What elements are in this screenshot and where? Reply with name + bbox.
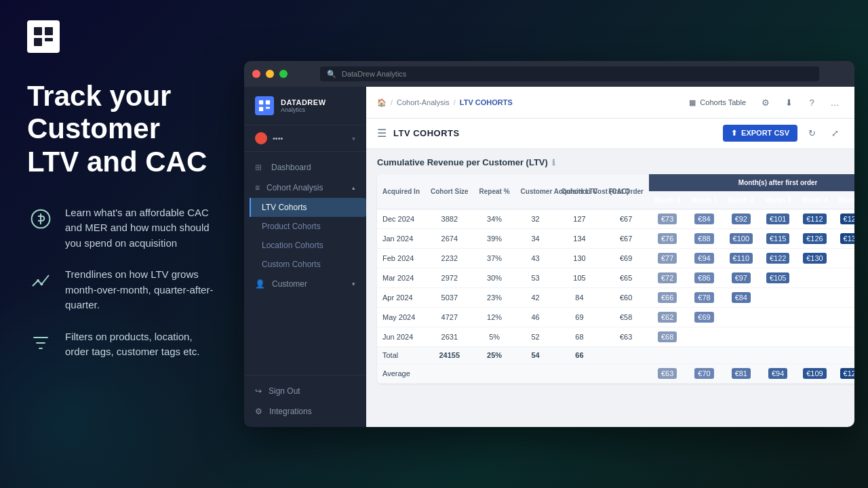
td-month-0: €66	[649, 288, 686, 308]
expand-button[interactable]: ⤢	[826, 124, 844, 142]
th-month-5: Month 5	[833, 192, 854, 209]
feature-filters: Filters on products, location, order tag…	[27, 329, 217, 360]
brand-text: DATADREW Analytics	[281, 98, 326, 113]
info-icon: ℹ	[552, 158, 555, 167]
question-icon: ?	[809, 98, 814, 108]
td-first-order: €63	[603, 327, 649, 347]
svg-rect-12	[259, 107, 263, 111]
sidebar-item-custom-cohorts[interactable]: Custom Cohorts	[250, 255, 366, 274]
menu-button[interactable]: ☰	[377, 127, 387, 140]
td-cohort-ltv: 134	[556, 229, 604, 249]
gear-icon: ⚙	[762, 98, 770, 108]
table-icon: ▦	[689, 98, 696, 107]
help-button[interactable]: ?	[803, 94, 821, 111]
td-cohort-ltv: 127	[556, 209, 604, 229]
sidebar-item-dashboard[interactable]: ⊞ Dashboard	[244, 157, 366, 178]
td-cohort-ltv: 105	[556, 268, 604, 288]
logo-container	[27, 20, 217, 53]
td-month-2-empty	[723, 327, 760, 347]
feature-cac: Learn what's an affordable CAC and MER a…	[27, 205, 217, 251]
browser-dot-green[interactable]	[279, 70, 288, 78]
td-month-4-empty	[796, 308, 833, 327]
chevron-down-icon: ▾	[352, 281, 355, 287]
funnel-icon: ≡	[255, 183, 260, 192]
td-avg-empty	[425, 364, 603, 384]
td-month-0: €76	[649, 229, 686, 249]
th-repeat: Repeat %	[474, 174, 515, 209]
custom-cohorts-label: Custom Cohorts	[262, 260, 321, 269]
td-acquired: Dec 2024	[377, 209, 425, 229]
td-total-repeat: 25%	[474, 347, 515, 364]
th-first-order: First Order	[603, 174, 649, 209]
td-first-order: €67	[603, 229, 649, 249]
th-cohort-size: Cohort Size	[425, 174, 474, 209]
sidebar-item-product-cohorts[interactable]: Product Cohorts	[250, 217, 366, 236]
customer-label: Customer	[272, 279, 307, 289]
logout-icon: ↪	[255, 386, 262, 396]
td-first-order: €69	[603, 249, 649, 268]
svg-rect-13	[266, 107, 270, 109]
export-csv-button[interactable]: ⬆ EXPORT CSV	[723, 125, 797, 142]
table-row: Jun 2024 2631 5% 52 68 €63 €68	[377, 327, 854, 347]
svg-rect-11	[266, 100, 270, 104]
grid-icon: ⊞	[255, 163, 264, 172]
td-cohort-ltv: 68	[556, 327, 604, 347]
td-cohort-size: 2972	[425, 268, 474, 288]
td-avg-month-1: €70	[686, 364, 722, 384]
td-month-2: €92	[723, 209, 760, 229]
td-acquired: May 2024	[377, 308, 425, 327]
section-title-text: Cumulative Revenue per Customer (LTV)	[377, 157, 548, 167]
td-month-3: €122	[760, 249, 796, 268]
td-total-cohort-size: 24155	[425, 347, 474, 364]
td-month-1-empty	[686, 327, 722, 347]
sidebar-nav: ⊞ Dashboard ≡ Cohort Analysis ▴ LTV Coho…	[244, 152, 366, 375]
td-cohort-size: 5037	[425, 288, 474, 308]
td-avg-month-4: €109	[796, 364, 833, 384]
sidebar-item-ltv-cohorts[interactable]: LTV Cohorts	[250, 198, 366, 217]
left-panel: Track your Customer LTV and CAC Learn wh…	[0, 0, 244, 488]
td-month-1: €86	[686, 268, 722, 288]
td-avg-label: Average	[377, 364, 425, 384]
breadcrumb-sep-1: /	[391, 98, 393, 106]
sidebar-item-integrations[interactable]: ⚙ Integrations	[244, 401, 366, 422]
user-avatar	[255, 132, 267, 144]
logo-icon	[33, 26, 54, 47]
td-first-order: €65	[603, 268, 649, 288]
td-month-1: €78	[686, 288, 722, 308]
td-month-5-empty	[833, 308, 854, 327]
svg-point-5	[37, 279, 39, 282]
sidebar-item-sign-out[interactable]: ↪ Sign Out	[244, 381, 366, 401]
td-first-order: €67	[603, 209, 649, 229]
chart-icon	[27, 267, 54, 294]
td-cohort-size: 2674	[425, 229, 474, 249]
settings-button[interactable]: ⚙	[757, 94, 774, 111]
brand-sub: Analytics	[281, 106, 326, 113]
sidebar-item-customer[interactable]: 👤 Customer ▾	[244, 274, 366, 294]
breadcrumb-sep-2: /	[454, 98, 456, 106]
svg-point-6	[40, 283, 43, 286]
td-cohort-size: 2631	[425, 327, 474, 347]
td-month-4-empty	[796, 288, 833, 308]
table-row: Apr 2024 5037 23% 42 84 €60 €66€78€84	[377, 288, 854, 308]
browser-dot-red[interactable]	[252, 70, 260, 78]
more-button[interactable]: …	[826, 94, 844, 111]
url-text: DataDrew Analytics	[342, 70, 406, 78]
browser-dot-yellow[interactable]	[266, 70, 274, 78]
feature-filters-text: Filters on products, location, order tag…	[65, 329, 217, 360]
app-content: DATADREW Analytics •••• ▾ ⊞ Dashboard	[244, 87, 854, 427]
td-month-0: €77	[649, 249, 686, 268]
refresh-button[interactable]: ↻	[803, 124, 821, 142]
sidebar-item-cohort-analysis[interactable]: ≡ Cohort Analysis ▴	[244, 178, 366, 198]
td-month-1: €69	[686, 308, 722, 327]
td-cac: 42	[515, 288, 556, 308]
td-month-2: €110	[723, 249, 760, 268]
more-icon: …	[831, 98, 840, 108]
sidebar-item-location-cohorts[interactable]: Location Cohorts	[250, 236, 366, 255]
cohorts-table-button[interactable]: ▦ Cohorts Table	[684, 96, 751, 110]
total-row: Total 24155 25% 54 66	[377, 347, 854, 364]
sidebar-user[interactable]: •••• ▾	[244, 125, 366, 152]
td-avg-month-2: €81	[723, 364, 760, 384]
feature-trendlines: Trendlines on how LTV grows month-over-m…	[27, 267, 217, 313]
download-button[interactable]: ⬇	[780, 94, 797, 111]
td-month-5: €134	[833, 229, 854, 249]
